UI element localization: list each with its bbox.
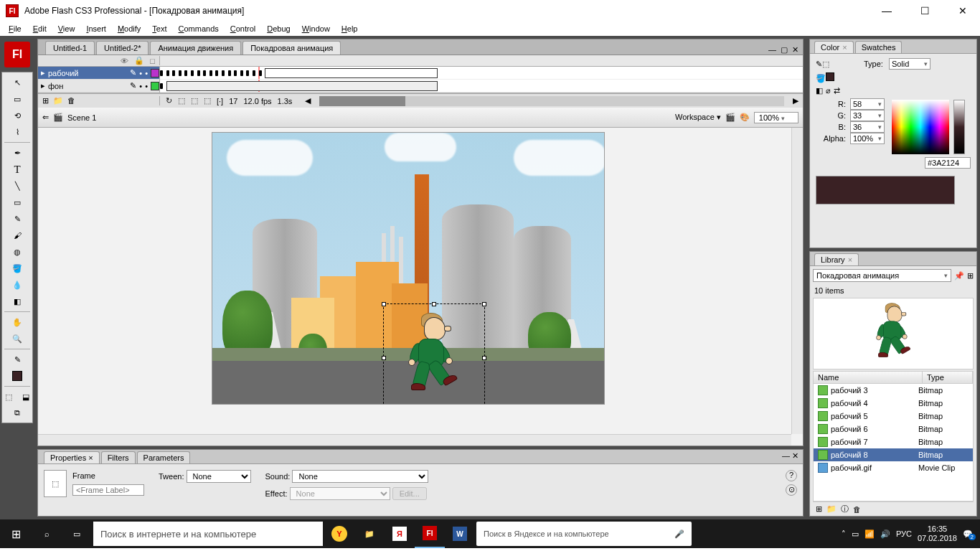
r-input[interactable]: 58	[850, 98, 885, 110]
rectangle-tool[interactable]: ▭	[9, 194, 26, 210]
library-item[interactable]: рабочий 3Bitmap	[814, 384, 973, 397]
properties-tab-parameters[interactable]: Parameters	[137, 451, 191, 463]
stroke-swatch[interactable]: ✎⬚	[816, 60, 829, 69]
properties-tab-filters[interactable]: Filters	[101, 451, 136, 463]
back-icon[interactable]: ⇐	[42, 113, 49, 122]
delete-layer-button[interactable]: 🗑	[67, 96, 75, 105]
maximize-button[interactable]: ☐	[913, 2, 937, 19]
doc-minimize[interactable]: —	[768, 45, 776, 55]
menu-insert[interactable]: Insert	[80, 23, 112, 34]
bw-icon[interactable]: ◧	[816, 86, 823, 95]
pencil-tool[interactable]: ✎	[9, 211, 26, 227]
info-icon[interactable]: ⊙	[786, 484, 797, 496]
edit-scene-icon[interactable]: 🎬	[725, 113, 735, 122]
menu-view[interactable]: View	[52, 23, 81, 34]
new-folder-button[interactable]: 📁	[826, 504, 837, 514]
menu-file[interactable]: File	[3, 23, 27, 34]
option-2[interactable]: ⬓	[17, 389, 34, 405]
onion-skin-icon[interactable]: ⬚	[178, 96, 185, 105]
doc-restore[interactable]: ▢	[781, 45, 788, 55]
menu-control[interactable]: Control	[225, 23, 261, 34]
line-tool[interactable]: ╲	[9, 178, 26, 194]
file-explorer-icon[interactable]: 📁	[354, 519, 385, 548]
menu-debug[interactable]: Debug	[261, 23, 296, 34]
delete-button[interactable]: 🗑	[853, 505, 861, 514]
fill-color[interactable]	[9, 368, 26, 384]
search-icon[interactable]: ⌕	[32, 519, 62, 548]
workspace-menu[interactable]: Workspace ▾	[675, 113, 721, 122]
text-tool[interactable]: T	[9, 161, 26, 177]
library-item[interactable]: рабочий 8Bitmap	[814, 448, 973, 461]
menu-help[interactable]: Help	[336, 23, 364, 34]
close-button[interactable]: ✕	[951, 2, 974, 19]
document-tab[interactable]: Анимация движения	[150, 41, 241, 55]
doc-close[interactable]: ✕	[792, 45, 798, 55]
zoom-select[interactable]: 100%	[754, 112, 798, 123]
yandex-search-bar[interactable]: Поиск в Яндексе и на компьютере 🎤	[476, 522, 692, 546]
color-spectrum[interactable]	[892, 100, 949, 154]
flash-taskbar-icon[interactable]: Fl	[415, 519, 445, 548]
fill-swatch[interactable]: 🪣	[816, 72, 834, 83]
document-tab[interactable]: Untitled-2*	[96, 41, 149, 55]
scene-name[interactable]: Scene 1	[67, 113, 96, 122]
notifications-icon[interactable]: 💬2	[963, 529, 973, 539]
new-folder-button[interactable]: 📁	[53, 96, 63, 105]
clock[interactable]: 16:35 07.02.2018	[918, 524, 957, 543]
edit-multiple-icon[interactable]: ⬚	[204, 96, 211, 105]
onion-skin-outline-icon[interactable]: ⬚	[191, 96, 198, 105]
tray-chevron-icon[interactable]: ˄	[842, 529, 846, 539]
library-item[interactable]: рабочий 7Bitmap	[814, 435, 973, 448]
hand-tool[interactable]: ✋	[9, 314, 26, 330]
swap-icon[interactable]: ⇄	[834, 86, 840, 95]
free-transform-tool[interactable]: ⟲	[9, 108, 26, 123]
new-lib-icon[interactable]: ⊞	[967, 271, 974, 281]
snap-option[interactable]: ⧉	[9, 405, 26, 420]
library-item[interactable]: рабочий 5Bitmap	[814, 410, 973, 423]
fill-type-select[interactable]: Solid	[889, 58, 930, 70]
volume-icon[interactable]: 🔊	[880, 529, 890, 539]
brush-tool[interactable]: 🖌	[9, 227, 26, 243]
language-indicator[interactable]: РУС	[896, 529, 912, 538]
document-tab[interactable]: Untitled-1	[45, 41, 95, 55]
stage-canvas[interactable]	[212, 132, 605, 405]
tween-select[interactable]: None	[187, 470, 251, 483]
eye-icon[interactable]: 👁	[121, 57, 128, 65]
zoom-tool[interactable]: 🔍	[9, 331, 26, 347]
cortana-search[interactable]: Поиск в интернете и на компьютере	[93, 522, 323, 546]
library-item[interactable]: рабочий 4Bitmap	[814, 397, 973, 410]
library-tab[interactable]: Library×	[814, 253, 859, 265]
horizontal-scrollbar[interactable]	[38, 434, 791, 446]
swatches-tab[interactable]: Swatches	[855, 41, 903, 53]
subselection-tool[interactable]: ▭	[9, 91, 26, 107]
yandex-app-icon[interactable]: Я	[385, 519, 415, 548]
sound-select[interactable]: None	[292, 470, 428, 483]
ink-bottle-tool[interactable]: ◍	[9, 244, 26, 260]
layer-row[interactable]: ▸фон✎••	[38, 80, 159, 93]
help-icon[interactable]: ?	[786, 470, 797, 481]
paint-bucket-tool[interactable]: 🪣	[9, 260, 26, 276]
yandex-browser-icon[interactable]: Y	[324, 519, 354, 548]
battery-icon[interactable]: ▭	[852, 529, 859, 539]
stroke-color[interactable]: ✎	[9, 352, 26, 367]
color-tab[interactable]: Color×	[814, 41, 854, 53]
layer-row[interactable]: ▸рабочий✎••	[38, 67, 159, 80]
properties-tab-properties[interactable]: Properties ×	[44, 451, 100, 463]
new-symbol-button[interactable]: ⊞	[816, 504, 822, 514]
document-tab[interactable]: Покадровая анимация	[242, 41, 341, 55]
b-input[interactable]: 36	[850, 121, 885, 133]
start-button[interactable]: ⊞	[0, 519, 32, 548]
value-slider[interactable]	[953, 100, 965, 154]
library-item[interactable]: рабочий 6Bitmap	[814, 423, 973, 435]
properties-button[interactable]: ⓘ	[841, 504, 849, 514]
mic-icon[interactable]: 🎤	[674, 529, 684, 539]
library-list[interactable]: рабочий 3Bitmapрабочий 4Bitmapрабочий 5B…	[813, 384, 974, 501]
minimize-button[interactable]: —	[875, 2, 899, 19]
library-item[interactable]: рабочий.gifMovie Clip	[814, 461, 973, 474]
loop-icon[interactable]: ↻	[166, 96, 172, 105]
menu-window[interactable]: Window	[296, 23, 336, 34]
hex-input[interactable]	[925, 157, 971, 169]
menu-edit[interactable]: Edit	[27, 23, 52, 34]
stage-area[interactable]	[38, 128, 803, 446]
vertical-scrollbar[interactable]	[791, 128, 803, 434]
pin-icon[interactable]: 📌	[954, 271, 964, 281]
